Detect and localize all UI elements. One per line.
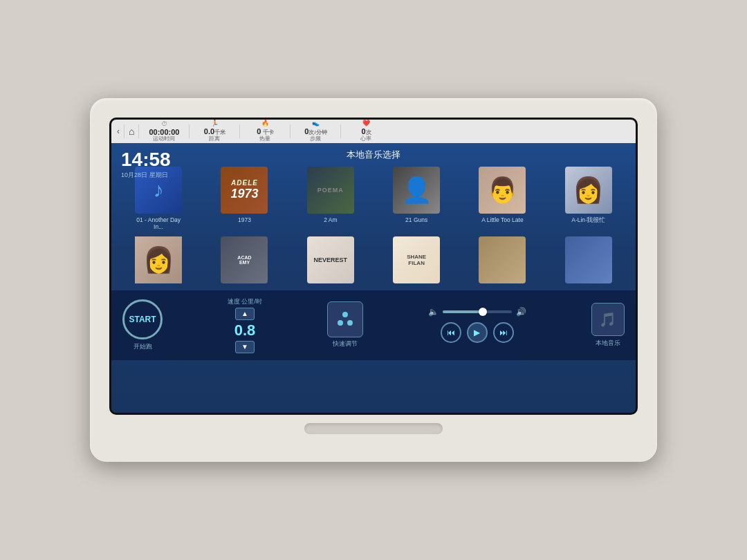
calorie-icon: 🔥 bbox=[261, 120, 269, 127]
speed-control: 速度 公里/时 ▲ 0.8 ▼ bbox=[228, 297, 262, 353]
svg-point-0 bbox=[342, 312, 348, 317]
list-item[interactable] bbox=[548, 236, 629, 286]
speed-value: 0.8 bbox=[234, 321, 256, 339]
music-grid: ♪ 01 - Another Day In... ADELE 1973 1973 bbox=[118, 167, 629, 286]
playback-row: ⏮ ▶ ⏭ bbox=[441, 322, 514, 343]
clock-area: 14:58 10月28日 星期日 bbox=[121, 150, 171, 180]
volume-playback-area: 🔈 🔊 ⏮ ▶ ⏭ bbox=[428, 307, 526, 343]
step-label: 步频 bbox=[310, 136, 321, 142]
list-item[interactable] bbox=[462, 236, 542, 286]
album-art-3: POEMA bbox=[307, 167, 354, 214]
step-icon: 👟 bbox=[312, 120, 320, 127]
play-button[interactable]: ▶ bbox=[467, 322, 488, 343]
status-bar: ‹ ⌂ ⏱ 00:00:00 运动时间 🏃 0.0千米 距离 🔥 0 千卡 热量 bbox=[111, 120, 636, 143]
volume-fill bbox=[443, 310, 481, 313]
timer-icon: ⏱ bbox=[161, 121, 167, 128]
music-label-5: A Little Too Late bbox=[481, 216, 523, 223]
list-item[interactable]: POEMA 2 Am bbox=[290, 167, 371, 230]
volume-row: 🔈 🔊 bbox=[428, 307, 526, 317]
list-item[interactable]: ADELE 1973 1973 bbox=[204, 167, 284, 230]
svg-point-1 bbox=[338, 320, 343, 326]
timer-label: 运动时间 bbox=[153, 136, 175, 142]
album-art-6: 👩 bbox=[565, 167, 612, 214]
volume-high-icon: 🔊 bbox=[516, 307, 526, 317]
list-item[interactable]: 👩 bbox=[118, 236, 199, 286]
album-art-5: 👨 bbox=[479, 167, 526, 214]
speed-label: 速度 公里/时 bbox=[228, 297, 262, 306]
album-art-12 bbox=[565, 236, 612, 283]
local-music-area: 🎵 本地音乐 bbox=[591, 303, 625, 348]
music-label-4: 21 Guns bbox=[405, 216, 427, 223]
list-item[interactable]: SHANE FILAN bbox=[376, 236, 456, 286]
device-shell: ‹ ⌂ ⏱ 00:00:00 运动时间 🏃 0.0千米 距离 🔥 0 千卡 热量 bbox=[90, 98, 657, 462]
home-button[interactable]: ⌂ bbox=[129, 126, 134, 137]
timer-value: 00:00:00 bbox=[149, 128, 179, 136]
svg-point-2 bbox=[347, 320, 353, 326]
next-button[interactable]: ⏭ bbox=[493, 322, 514, 343]
main-content: 14:58 10月28日 星期日 本地音乐选择 ♪ 01 - Another D… bbox=[111, 143, 636, 413]
distance-display: 🏃 0.0千米 距离 bbox=[194, 120, 235, 142]
album-art-7: 👩 bbox=[135, 236, 182, 283]
music-label-1: 01 - Another Day In... bbox=[133, 216, 183, 230]
speed-down-button[interactable]: ▼ bbox=[235, 341, 255, 353]
album-art-11 bbox=[479, 236, 526, 283]
music-label-3: 2 Am bbox=[324, 216, 337, 223]
music-panel: 本地音乐选择 ♪ 01 - Another Day In... ADELE 19… bbox=[111, 143, 636, 290]
step-display: 👟 0次/分钟 步频 bbox=[295, 120, 336, 142]
start-area: START 开始跑 bbox=[122, 299, 163, 351]
album-art-4: 👤 bbox=[393, 167, 440, 214]
album-art-9: NEVEREST bbox=[307, 236, 354, 283]
clock-date: 10月28日 星期日 bbox=[121, 171, 171, 180]
timer-display: ⏱ 00:00:00 运动时间 bbox=[143, 121, 185, 142]
quick-adjust-area: 快速调节 bbox=[327, 301, 363, 348]
music-label-6: A-Lin·我很忙 bbox=[571, 216, 605, 223]
back-button[interactable]: ‹ bbox=[117, 127, 120, 136]
local-music-label: 本地音乐 bbox=[596, 339, 620, 348]
list-item[interactable]: NEVEREST bbox=[290, 236, 371, 286]
heart-display: ❤️ 0次 心率 bbox=[345, 120, 387, 142]
heart-label: 心率 bbox=[360, 136, 371, 142]
album-art-2: ADELE 1973 bbox=[221, 167, 268, 214]
start-button[interactable]: START bbox=[122, 299, 163, 339]
album-art-8: ACADEMY bbox=[221, 236, 268, 283]
list-item[interactable]: ACADEMY bbox=[204, 236, 284, 286]
calorie-display: 🔥 0 千卡 热量 bbox=[244, 120, 286, 142]
prev-button[interactable]: ⏮ bbox=[441, 322, 461, 343]
device-bottom bbox=[109, 423, 638, 434]
music-panel-title: 本地音乐选择 bbox=[347, 149, 400, 161]
distance-icon: 🏃 bbox=[211, 120, 219, 127]
local-music-button[interactable]: 🎵 bbox=[591, 303, 625, 336]
screen: ‹ ⌂ ⏱ 00:00:00 运动时间 🏃 0.0千米 距离 🔥 0 千卡 热量 bbox=[109, 118, 638, 415]
distance-label: 距离 bbox=[209, 136, 220, 142]
list-item[interactable]: 👨 A Little Too Late bbox=[462, 167, 542, 230]
clock-time: 14:58 bbox=[121, 150, 171, 169]
album-art-10: SHANE FILAN bbox=[393, 236, 440, 283]
quick-adjust-label: 快速调节 bbox=[333, 339, 358, 348]
speed-up-button[interactable]: ▲ bbox=[235, 308, 255, 320]
list-item[interactable]: 👩 A-Lin·我很忙 bbox=[548, 167, 629, 230]
list-item[interactable]: 👤 21 Guns bbox=[376, 167, 456, 230]
device-grip bbox=[304, 423, 443, 434]
music-label-2: 1973 bbox=[238, 216, 251, 223]
volume-slider[interactable] bbox=[443, 310, 512, 313]
volume-knob bbox=[479, 308, 487, 316]
quick-adjust-button[interactable] bbox=[327, 301, 363, 337]
control-bar: START 开始跑 速度 公里/时 ▲ 0.8 ▼ bbox=[111, 290, 636, 360]
volume-low-icon: 🔈 bbox=[428, 307, 439, 317]
heart-icon: ❤️ bbox=[362, 120, 370, 127]
calorie-label: 热量 bbox=[259, 136, 270, 142]
start-sublabel: 开始跑 bbox=[133, 342, 152, 351]
